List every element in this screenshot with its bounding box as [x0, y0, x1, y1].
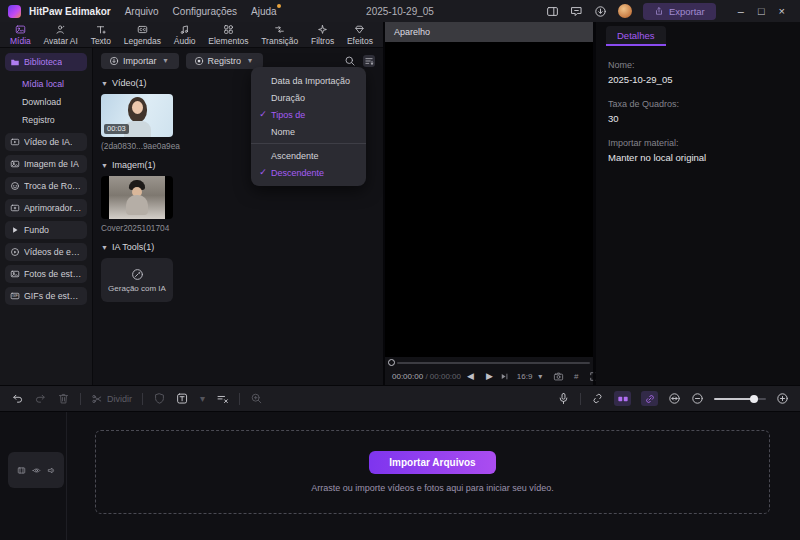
- sidebar-item-video-de-ia[interactable]: Vídeo de IA.: [5, 133, 87, 151]
- ai-tools-section-header[interactable]: ▼ IA Tools(1): [101, 242, 375, 252]
- zoom-slider[interactable]: [714, 398, 766, 400]
- tab-avatar-ai[interactable]: Avatar AI: [44, 24, 78, 46]
- shield-icon[interactable]: [153, 392, 166, 405]
- chevron-down-icon[interactable]: ▾: [199, 392, 206, 405]
- left-column: MídiaAvatar AITextoLegendasÁudioElemento…: [0, 22, 385, 385]
- sidebar-item-fotos-de-estoque[interactable]: Fotos de estoque: [5, 265, 87, 283]
- track-mute-toggle[interactable]: [47, 466, 56, 475]
- media-panel: Importar ▾ Registro ▾: [93, 48, 383, 385]
- step-end-icon[interactable]: [499, 371, 510, 382]
- sidebar-item-biblioteca[interactable]: Biblioteca: [5, 53, 87, 71]
- sort-option-ascendente[interactable]: Ascendente: [251, 147, 366, 164]
- sort-dropdown-menu: Data da ImportaçãoDuração✓Tipos deNomeAs…: [251, 67, 366, 186]
- remove-track-button[interactable]: [216, 392, 229, 405]
- delete-button[interactable]: [57, 392, 70, 405]
- user-avatar[interactable]: [618, 4, 632, 18]
- minimize-button[interactable]: –: [731, 6, 751, 17]
- import-files-button[interactable]: Importar Arquivos: [369, 451, 495, 474]
- zoom-fit-button[interactable]: [250, 392, 263, 405]
- dropzone-hint: Arraste ou importe vídeos e fotos aqui p…: [311, 483, 554, 493]
- sort-option-descendente[interactable]: ✓Descendente: [251, 164, 366, 181]
- zoom-in-button[interactable]: [776, 392, 789, 405]
- previous-frame-button[interactable]: ◀: [467, 372, 474, 381]
- tab-transicao[interactable]: Transição: [261, 24, 298, 46]
- ai-generation-card[interactable]: Geração com IA: [101, 258, 173, 302]
- text-to-speech-button[interactable]: [176, 392, 189, 405]
- undo-button[interactable]: [11, 392, 24, 405]
- preview-scrubber[interactable]: [385, 357, 593, 368]
- sidebar-item-videos-de-esto[interactable]: Vídeos de esto...: [5, 243, 87, 261]
- sidebar-item-imagem-de-ia[interactable]: Imagem de IA: [5, 155, 87, 173]
- export-button[interactable]: Exportar: [643, 3, 716, 20]
- sidebar-item-fundo[interactable]: Fundo: [5, 221, 87, 239]
- tab-elementos[interactable]: Elementos: [208, 24, 248, 46]
- tab-detalhes[interactable]: Detalhes: [606, 26, 666, 46]
- tab-texto[interactable]: Texto: [91, 24, 111, 46]
- toolbar-divider: [239, 393, 240, 405]
- collapse-icon: ▼: [101, 80, 108, 87]
- auto-ripple-button[interactable]: [614, 391, 631, 406]
- zoom-slider-handle[interactable]: [750, 395, 758, 403]
- sidebar-subitem-download[interactable]: Download: [5, 93, 87, 111]
- sort-icon[interactable]: [363, 55, 375, 67]
- sidebar-item-label: Vídeo de IA.: [24, 137, 72, 147]
- menu-arquivo[interactable]: Arquivo: [125, 6, 159, 17]
- unlink-clips-button[interactable]: [591, 392, 604, 405]
- import-button[interactable]: Importar ▾: [101, 53, 179, 69]
- sort-option-nome[interactable]: Nome: [251, 123, 366, 140]
- tab-efeitos[interactable]: Efeitos: [347, 24, 373, 46]
- video-track-icon: [17, 466, 26, 475]
- tab-filtros[interactable]: Filtros: [311, 24, 334, 46]
- sort-option-data-da-importacao[interactable]: Data da Importação: [251, 72, 366, 89]
- sidebar-item-troca-de-rostos[interactable]: Troca de Rostos: [5, 177, 87, 195]
- preview-header: Aparelho: [385, 22, 593, 42]
- video-thumbnail[interactable]: 00:03: [101, 94, 173, 137]
- microphone-button[interactable]: [557, 392, 570, 405]
- search-icon[interactable]: [344, 55, 356, 67]
- media-dropzone[interactable]: Importar Arquivos Arraste ou importe víd…: [95, 430, 770, 514]
- maximize-button[interactable]: □: [751, 6, 772, 17]
- grid-button[interactable]: #: [571, 371, 582, 382]
- sidebar-item-aprimorador-d[interactable]: Aprimorador d...: [5, 199, 87, 217]
- aspect-ratio-select[interactable]: 16:9 ▾: [517, 371, 546, 382]
- total-time: 00:00:00: [430, 372, 461, 381]
- preview-screen[interactable]: [385, 42, 593, 357]
- track-visibility-toggle[interactable]: [32, 466, 41, 475]
- timeline-toolbar: Dividir ▾: [0, 385, 800, 412]
- sidebar-item-gifs-de-estoque[interactable]: GIFGIFs de estoque: [5, 287, 87, 305]
- layout-panels-icon[interactable]: [546, 5, 559, 18]
- sidebar-item-label: Vídeos de esto...: [24, 247, 82, 257]
- download-icon[interactable]: [594, 5, 607, 18]
- transport-controls: ◀ ▶: [467, 372, 493, 381]
- image-thumbnail[interactable]: [101, 176, 173, 219]
- menu-configuracoes[interactable]: Configurações: [173, 6, 237, 17]
- titlebar-actions: Exportar – □ ×: [546, 3, 792, 20]
- sidebar-subitem-registro[interactable]: Registro: [5, 111, 87, 129]
- sort-option-duracao[interactable]: Duração: [251, 89, 366, 106]
- fit-timeline-button[interactable]: [668, 392, 681, 405]
- sidebar-item-label: Imagem de IA: [24, 159, 79, 169]
- sidebar-subitem-midia-local[interactable]: Mídia local: [5, 75, 87, 93]
- split-button[interactable]: Dividir: [91, 393, 132, 405]
- snapshot-button[interactable]: [553, 371, 564, 382]
- tab-audio[interactable]: Áudio: [174, 24, 196, 46]
- enhancer-icon: [10, 203, 20, 213]
- detail-row-import-material: Importar material: Manter no local origi…: [608, 138, 788, 163]
- feedback-icon[interactable]: [570, 5, 583, 18]
- tab-legendas[interactable]: Legendas: [124, 24, 161, 46]
- scrubber-handle[interactable]: [388, 359, 395, 366]
- record-icon: [194, 56, 204, 66]
- link-clips-button[interactable]: [641, 391, 658, 406]
- zoom-out-button[interactable]: [691, 392, 704, 405]
- sort-option-tipos-de[interactable]: ✓Tipos de: [251, 106, 366, 123]
- tab-midia[interactable]: Mídia: [10, 24, 31, 46]
- close-button[interactable]: ×: [772, 6, 792, 17]
- scrubber-track[interactable]: [397, 362, 590, 364]
- record-button[interactable]: Registro ▾: [186, 53, 264, 69]
- play-button[interactable]: ▶: [486, 372, 493, 381]
- menu-ajuda[interactable]: Ajuda: [251, 6, 277, 17]
- split-label: Dividir: [107, 394, 132, 404]
- redo-button[interactable]: [34, 392, 47, 405]
- detail-value: 30: [608, 113, 788, 124]
- video-ai-icon: [10, 137, 20, 147]
